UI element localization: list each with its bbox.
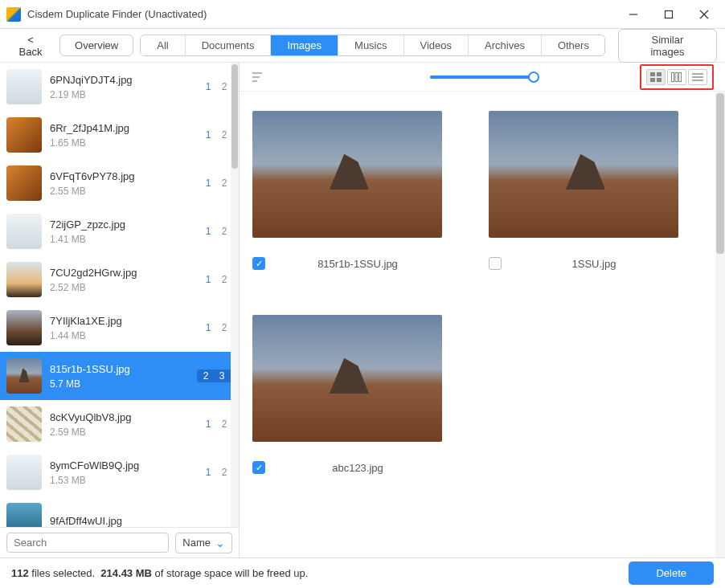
search-input[interactable] bbox=[6, 533, 169, 553]
preview-scrollbar[interactable] bbox=[715, 92, 725, 557]
svg-rect-11 bbox=[672, 72, 674, 81]
preview-grid-area[interactable]: 815r1b-1SSU.jpg1SSU.jpgabc123.jpg bbox=[240, 92, 725, 557]
tab-all[interactable]: All bbox=[141, 35, 184, 55]
file-thumbnail bbox=[6, 262, 42, 297]
sidebar-footer: Name ⌄ bbox=[0, 527, 239, 557]
file-meta: 8ymCFoWlB9Q.jpg1.53 MB bbox=[50, 459, 194, 486]
file-thumbnail bbox=[6, 165, 42, 201]
view-list-button[interactable] bbox=[688, 69, 707, 85]
file-row[interactable]: 6Rr_2fJp41M.jpg1.65 MB12 bbox=[0, 111, 239, 159]
tab-musics[interactable]: Musics bbox=[338, 35, 403, 55]
select-checkbox[interactable] bbox=[252, 257, 265, 270]
file-size: 2.59 MB bbox=[50, 427, 194, 438]
close-button[interactable] bbox=[686, 0, 722, 29]
scrollbar-thumb[interactable] bbox=[231, 64, 238, 169]
file-size: 1.65 MB bbox=[50, 137, 194, 149]
file-thumbnail bbox=[6, 214, 42, 249]
status-bar: 112 files selected. 214.43 MB of storage… bbox=[0, 557, 725, 588]
scrollbar-thumb[interactable] bbox=[716, 93, 724, 254]
svg-rect-7 bbox=[650, 72, 655, 76]
file-row[interactable]: 72ijGP_zpzc.jpg1.41 MB12 bbox=[0, 207, 239, 255]
preview-image[interactable] bbox=[252, 111, 442, 238]
file-name: 6VFqT6vPY78.jpg bbox=[50, 170, 194, 182]
file-row[interactable]: 8cKVyuQlbV8.jpg2.59 MB12 bbox=[0, 400, 239, 448]
similar-images-button[interactable]: Similar images bbox=[618, 29, 717, 63]
preview-card: 815r1b-1SSU.jpg bbox=[252, 111, 442, 270]
dup-counts: 12 bbox=[202, 467, 231, 478]
chevron-down-icon: ⌄ bbox=[215, 537, 225, 549]
file-name: 6PNJqiYDJT4.jpg bbox=[50, 74, 194, 86]
dup-counts: 12 bbox=[202, 129, 231, 141]
card-footer: 1SSU.jpg bbox=[489, 257, 678, 270]
sort-icon[interactable] bbox=[251, 70, 265, 84]
sort-dropdown[interactable]: Name ⌄ bbox=[175, 533, 232, 553]
tab-archives[interactable]: Archives bbox=[468, 35, 541, 55]
tab-videos[interactable]: Videos bbox=[403, 35, 469, 55]
tab-images[interactable]: Images bbox=[270, 35, 338, 55]
preview-image[interactable] bbox=[489, 111, 678, 238]
select-checkbox[interactable] bbox=[489, 257, 502, 270]
file-name: 7CU2gd2HGrw.jpg bbox=[50, 267, 194, 279]
dup-counts: 12 bbox=[202, 274, 231, 285]
svg-rect-12 bbox=[675, 72, 678, 81]
file-meta: 9fAfDff4wUI.jpg bbox=[50, 515, 231, 527]
file-thumbnail bbox=[6, 406, 42, 442]
file-row[interactable]: 6PNJqiYDJT4.jpg2.19 MB12 bbox=[0, 63, 239, 111]
toolbar: < Back Overview AllDocumentsImagesMusics… bbox=[0, 29, 725, 63]
file-meta: 8cKVyuQlbV8.jpg2.59 MB bbox=[50, 411, 194, 438]
preview-filename: abc123.jpg bbox=[273, 462, 442, 474]
preview-grid: 815r1b-1SSU.jpg1SSU.jpgabc123.jpg bbox=[252, 111, 709, 474]
svg-rect-1 bbox=[666, 10, 673, 18]
view-mode-toggle bbox=[640, 64, 714, 90]
file-thumbnail bbox=[6, 69, 42, 104]
file-row[interactable]: 815r1b-1SSU.jpg5.7 MB23 bbox=[0, 352, 239, 400]
svg-rect-10 bbox=[657, 78, 662, 82]
file-meta: 6VFqT6vPY78.jpg2.55 MB bbox=[50, 170, 194, 197]
overview-button[interactable]: Overview bbox=[59, 35, 133, 56]
category-tabs: AllDocumentsImagesMusicsVideosArchivesOt… bbox=[140, 35, 605, 56]
tab-others[interactable]: Others bbox=[541, 35, 605, 55]
file-thumbnail bbox=[6, 503, 42, 527]
card-footer: 815r1b-1SSU.jpg bbox=[252, 257, 442, 270]
svg-rect-8 bbox=[657, 72, 662, 76]
back-button[interactable]: < Back bbox=[8, 31, 53, 61]
file-meta: 6Rr_2fJp41M.jpg1.65 MB bbox=[50, 122, 194, 149]
sidebar: 6PNJqiYDJT4.jpg2.19 MB126Rr_2fJp41M.jpg1… bbox=[0, 63, 240, 557]
file-size: 2.55 MB bbox=[50, 186, 194, 197]
minimize-button[interactable] bbox=[616, 0, 651, 29]
file-name: 7YIljKla1XE.jpg bbox=[50, 315, 194, 327]
status-text: 112 files selected. 214.43 MB of storage… bbox=[11, 567, 308, 579]
card-footer: abc123.jpg bbox=[252, 461, 442, 474]
svg-rect-13 bbox=[679, 72, 682, 81]
select-checkbox[interactable] bbox=[252, 461, 265, 474]
file-meta: 72ijGP_zpzc.jpg1.41 MB bbox=[50, 218, 194, 245]
view-grid-button[interactable] bbox=[646, 69, 666, 85]
maximize-button[interactable] bbox=[651, 0, 686, 29]
file-row[interactable]: 7CU2gd2HGrw.jpg2.52 MB12 bbox=[0, 255, 239, 304]
file-meta: 6PNJqiYDJT4.jpg2.19 MB bbox=[50, 74, 194, 100]
sidebar-scrollbar[interactable] bbox=[231, 63, 239, 527]
titlebar: Cisdem Duplicate Finder (Unactivated) bbox=[0, 0, 725, 29]
file-meta: 7CU2gd2HGrw.jpg2.52 MB bbox=[50, 267, 194, 293]
file-name: 6Rr_2fJp41M.jpg bbox=[50, 122, 194, 134]
file-row[interactable]: 6VFqT6vPY78.jpg2.55 MB12 bbox=[0, 159, 239, 207]
file-size: 2.52 MB bbox=[50, 282, 194, 293]
file-name: 8cKVyuQlbV8.jpg bbox=[50, 411, 194, 423]
file-list[interactable]: 6PNJqiYDJT4.jpg2.19 MB126Rr_2fJp41M.jpg1… bbox=[0, 63, 239, 527]
svg-rect-9 bbox=[650, 78, 655, 82]
delete-button[interactable]: Delete bbox=[629, 561, 714, 585]
file-row[interactable]: 8ymCFoWlB9Q.jpg1.53 MB12 bbox=[0, 448, 239, 496]
dup-counts: 12 bbox=[202, 178, 231, 189]
sort-label: Name bbox=[182, 537, 211, 549]
file-size: 5.7 MB bbox=[50, 378, 189, 390]
preview-toolbar bbox=[240, 63, 725, 92]
preview-image[interactable] bbox=[252, 315, 442, 442]
file-row[interactable]: 9fAfDff4wUI.jpg bbox=[0, 496, 239, 527]
zoom-slider[interactable] bbox=[430, 76, 535, 79]
file-meta: 815r1b-1SSU.jpg5.7 MB bbox=[50, 363, 189, 390]
file-row[interactable]: 7YIljKla1XE.jpg1.44 MB12 bbox=[0, 304, 239, 352]
file-thumbnail bbox=[6, 310, 42, 345]
file-name: 72ijGP_zpzc.jpg bbox=[50, 218, 194, 231]
view-columns-button[interactable] bbox=[667, 69, 686, 85]
tab-documents[interactable]: Documents bbox=[185, 35, 271, 55]
